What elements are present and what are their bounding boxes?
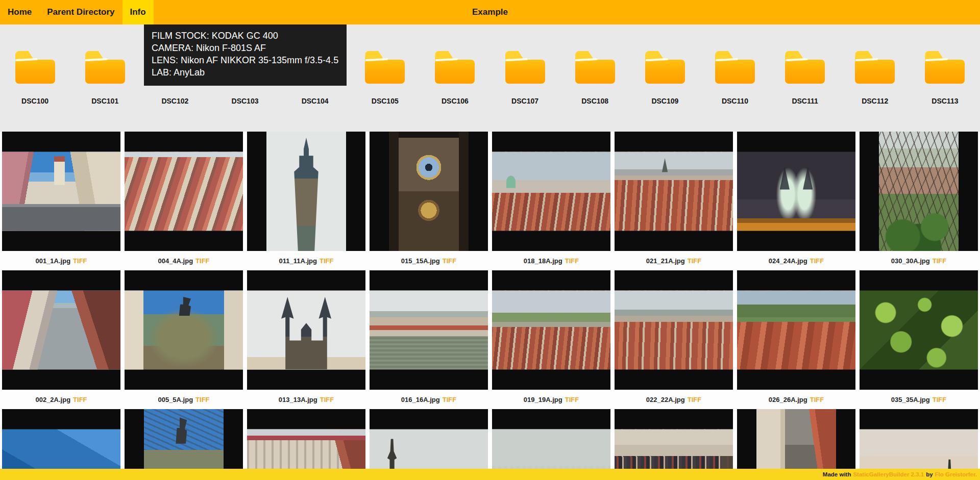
nav-item-home[interactable]: Home — [0, 0, 39, 24]
photo-tile-024-24a-jpg[interactable] — [737, 132, 855, 251]
photo-tile-002-2a-jpg[interactable] — [2, 270, 120, 390]
folder-item-dsc101[interactable]: DSC101 — [70, 24, 140, 132]
photo-format-link[interactable]: TIFF — [320, 396, 334, 403]
photo-format-link[interactable]: TIFF — [565, 257, 579, 265]
footer-bar: Made with StaticGalleryBuilder 2.3.1 by … — [0, 469, 980, 480]
photo-filename-link[interactable]: 013_13A.jpg — [279, 396, 317, 403]
folder-item-dsc113[interactable]: DSC113 — [910, 24, 980, 132]
photo-tile-013-13a-jpg[interactable] — [247, 270, 365, 390]
photo-format-link[interactable]: TIFF — [195, 257, 209, 265]
photo-filename-link[interactable]: 030_30A.jpg — [891, 257, 930, 265]
gallery-cell: 024_24A.jpgTIFF — [735, 132, 857, 270]
photo-thumbnail — [860, 291, 978, 370]
folder-item-dsc112[interactable]: DSC112 — [840, 24, 910, 132]
photo-tile-005-5a-jpg[interactable] — [125, 270, 243, 390]
folder-label: DSC103 — [232, 97, 259, 105]
photo-filename-link[interactable]: 035_35A.jpg — [891, 396, 930, 403]
photo-tile-004-4a-jpg[interactable] — [125, 132, 243, 251]
nav-bar: HomeParent DirectoryInfo Example — [0, 0, 980, 24]
photo-filename-link[interactable]: 004_4A.jpg — [158, 257, 193, 265]
photo-format-link[interactable]: TIFF — [73, 257, 87, 265]
photo-format-link[interactable]: TIFF — [810, 257, 824, 265]
photo-format-link[interactable]: TIFF — [195, 396, 209, 403]
photo-filename-link[interactable]: 005_5A.jpg — [158, 396, 193, 403]
folder-item-dsc106[interactable]: DSC106 — [420, 24, 490, 132]
info-tooltip-line: FILM STOCK: KODAK GC 400 — [152, 30, 338, 42]
photo-filename-link[interactable]: 024_24A.jpg — [769, 257, 807, 265]
photo-format-link[interactable]: TIFF — [688, 396, 701, 403]
photo-filename-link[interactable]: 019_19A.jpg — [524, 396, 562, 403]
folder-item-dsc108[interactable]: DSC108 — [560, 24, 630, 132]
photo-format-link[interactable]: TIFF — [933, 396, 946, 403]
folder-label: DSC113 — [932, 97, 958, 105]
photo-tile-019-19a-jpg[interactable] — [492, 270, 610, 390]
photo-filename-link[interactable]: 021_21A.jpg — [646, 257, 685, 265]
photo-filename-link[interactable]: 016_16A.jpg — [401, 396, 440, 403]
folder-icon — [645, 51, 685, 84]
photo-thumbnail — [737, 152, 855, 231]
photo-tile-026-26a-jpg[interactable] — [737, 270, 855, 390]
photo-tile-016-16a-jpg[interactable] — [370, 270, 488, 390]
photo-filename-link[interactable]: 011_11A.jpg — [279, 257, 317, 265]
folder-label: DSC105 — [372, 97, 399, 105]
photo-filename-link[interactable]: 018_18A.jpg — [524, 257, 562, 265]
footer-builder-link[interactable]: StaticGalleryBuilder 2.3.1 — [853, 471, 924, 477]
photo-label: 024_24A.jpgTIFF — [737, 251, 855, 270]
photo-format-link[interactable]: TIFF — [933, 257, 946, 265]
photo-thumbnail — [2, 152, 120, 231]
folder-item-dsc100[interactable]: DSC100 — [0, 24, 70, 132]
photo-filename-link[interactable]: 001_1A.jpg — [35, 257, 70, 265]
gallery-cell: 002_2A.jpgTIFF — [0, 270, 122, 409]
folder-icon — [925, 51, 965, 84]
photo-format-link[interactable]: TIFF — [443, 396, 456, 403]
photo-format-link[interactable]: TIFF — [320, 257, 333, 265]
gallery-cell: 011_11A.jpgTIFF — [245, 132, 368, 270]
photo-label: 019_19A.jpgTIFF — [492, 390, 610, 409]
photo-thumbnail — [247, 291, 365, 370]
folder-label: DSC109 — [651, 97, 678, 105]
photo-format-link[interactable]: TIFF — [565, 396, 579, 403]
folder-item-dsc109[interactable]: DSC109 — [630, 24, 700, 132]
photo-format-link[interactable]: TIFF — [443, 257, 456, 265]
nav-item-parent-directory[interactable]: Parent Directory — [39, 0, 122, 24]
photo-label: 021_21A.jpgTIFF — [615, 251, 733, 270]
folder-label: DSC104 — [302, 97, 329, 105]
photo-format-link[interactable]: TIFF — [73, 396, 87, 403]
photo-thumbnail — [615, 291, 733, 370]
folder-icon — [435, 51, 475, 84]
photo-tile-035-35a-jpg[interactable] — [860, 270, 978, 390]
photo-tile-001-1a-jpg[interactable] — [2, 132, 120, 251]
photo-thumbnail — [737, 291, 855, 370]
footer-author-link[interactable]: Flo Greistorfer. — [935, 471, 977, 477]
photo-format-link[interactable]: TIFF — [688, 257, 701, 265]
photo-tile-030-30a-jpg[interactable] — [860, 132, 978, 251]
photo-tile-022-22a-jpg[interactable] — [615, 270, 733, 390]
photo-label: 001_1A.jpgTIFF — [2, 251, 120, 270]
photo-format-link[interactable]: TIFF — [810, 396, 824, 403]
photo-tile-021-21a-jpg[interactable] — [615, 132, 733, 251]
photo-thumbnail — [370, 291, 488, 370]
gallery-cell: 005_5A.jpgTIFF — [122, 270, 245, 409]
folder-label: DSC112 — [862, 97, 888, 105]
folder-label: DSC102 — [161, 97, 188, 105]
folder-item-dsc105[interactable]: DSC105 — [350, 24, 420, 132]
photo-label: 026_26A.jpgTIFF — [737, 390, 855, 409]
folder-item-dsc110[interactable]: DSC110 — [700, 24, 770, 132]
folder-item-dsc107[interactable]: DSC107 — [490, 24, 560, 132]
folder-icon — [15, 51, 55, 84]
photo-filename-link[interactable]: 026_26A.jpg — [769, 396, 807, 403]
photo-tile-018-18a-jpg[interactable] — [492, 132, 610, 251]
gallery-cell: 026_26A.jpgTIFF — [735, 270, 857, 409]
photo-tile-015-15a-jpg[interactable] — [370, 132, 488, 251]
photo-thumbnail — [879, 132, 959, 251]
photo-filename-link[interactable]: 002_2A.jpg — [35, 396, 70, 403]
folder-item-dsc111[interactable]: DSC111 — [770, 24, 840, 132]
photo-tile-011-11a-jpg[interactable] — [247, 132, 365, 251]
gallery-cell: 015_15A.jpgTIFF — [368, 132, 490, 270]
photo-label: 018_18A.jpgTIFF — [492, 251, 610, 270]
nav-item-info[interactable]: Info — [122, 0, 154, 24]
folder-label: DSC100 — [21, 97, 48, 105]
folder-label: DSC111 — [792, 97, 818, 105]
photo-filename-link[interactable]: 015_15A.jpg — [401, 257, 440, 265]
photo-filename-link[interactable]: 022_22A.jpg — [646, 396, 685, 403]
